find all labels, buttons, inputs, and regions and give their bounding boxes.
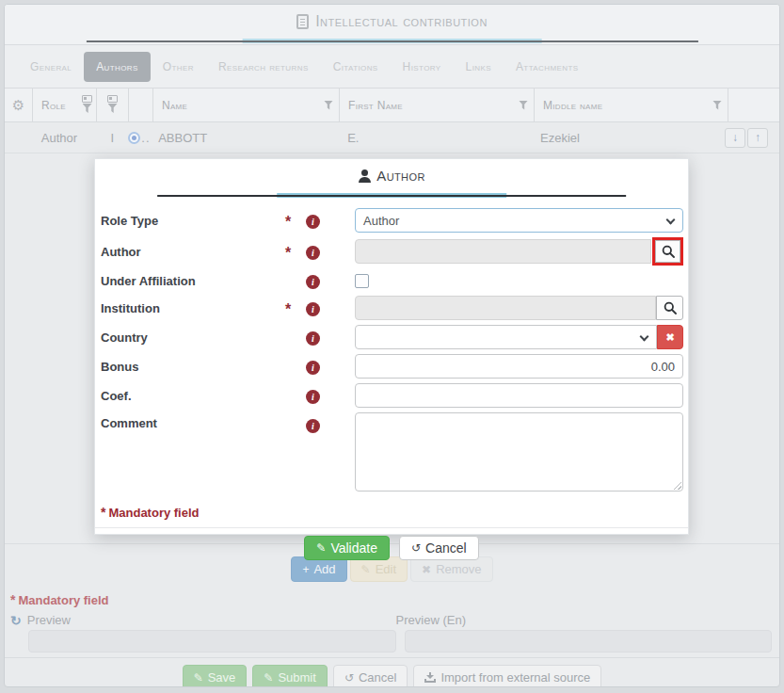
page: Intellectual contribution General Author… (0, 0, 784, 693)
save-button[interactable]: ✎ Save (183, 665, 248, 687)
tab-bar: General Authors Other Research returns C… (5, 45, 779, 88)
search-icon (662, 245, 675, 258)
info-icon[interactable]: i (306, 275, 320, 289)
footer-actions: ✎ Save ✎ Submit ↺ Cancel Import from ext… (5, 658, 779, 687)
refresh-icon[interactable]: ↻ (10, 614, 22, 627)
chevron-down-icon (640, 332, 649, 342)
column-header-first-name[interactable]: First Name (340, 89, 535, 121)
document-icon (296, 14, 309, 29)
column-header-role[interactable]: Role (33, 89, 97, 121)
chevron-down-icon (666, 216, 676, 225)
author-field[interactable] (355, 239, 651, 264)
info-icon[interactable]: i (306, 215, 320, 229)
tab-history[interactable]: History (391, 52, 454, 82)
info-icon[interactable]: i (306, 419, 320, 433)
preview-en-field[interactable] (405, 630, 773, 653)
dialog-mandatory-note: *Mandatory field (95, 496, 688, 527)
role-type-select[interactable]: Author (355, 208, 683, 233)
cell-middle-name: Ezekiel (532, 131, 725, 145)
undo-icon: ↺ (344, 672, 354, 684)
asterisk-icon: * (101, 505, 105, 520)
cell-index: I (97, 131, 129, 145)
mandatory-field-note: *Mandatory field (5, 592, 779, 607)
filter-icon[interactable] (712, 101, 722, 110)
dialog-footer: ✎ Validate ↺ Cancel (95, 527, 688, 569)
authors-grid-header: ⚙ Role Name First Name (5, 88, 779, 122)
author-search-button[interactable] (655, 240, 680, 263)
submit-button[interactable]: ✎ Submit (252, 665, 328, 687)
field-row-under-affiliation: Under Affiliation i (101, 270, 683, 291)
filter-icon[interactable] (519, 101, 528, 110)
preview-field[interactable] (28, 630, 396, 653)
field-row-institution: Institution * i (101, 296, 683, 320)
tab-citations[interactable]: Citations (321, 52, 391, 82)
coef-input[interactable] (355, 383, 683, 408)
cell-type: .. (128, 131, 152, 145)
title-underline (86, 38, 697, 43)
filter-icon[interactable] (108, 104, 118, 113)
column-header-type[interactable] (129, 89, 153, 121)
column-header-middle-name[interactable]: Middle name (535, 89, 728, 121)
import-external-button[interactable]: Import from external source (413, 665, 601, 687)
pencil-icon: ✎ (194, 672, 203, 684)
close-icon: ✖ (665, 331, 674, 344)
column-header-actions (728, 89, 779, 121)
column-menu-icon[interactable] (107, 95, 118, 103)
dialog-cancel-button[interactable]: ↺ Cancel (399, 536, 479, 560)
filter-icon[interactable] (324, 101, 333, 110)
column-menu-icon[interactable] (82, 95, 92, 103)
cell-role: Author (33, 131, 97, 145)
pencil-icon: ✎ (316, 542, 326, 554)
field-row-bonus: Bonus i (101, 354, 683, 379)
field-row-comment: Comment i (101, 412, 683, 492)
person-icon (358, 169, 371, 183)
move-down-button[interactable]: ↓ (725, 128, 745, 148)
cell-name: ABBOTT (152, 131, 338, 145)
tab-authors[interactable]: Authors (84, 52, 151, 82)
field-row-author: Author * i (101, 237, 683, 266)
undo-icon: ↺ (411, 542, 421, 554)
bonus-input[interactable] (355, 354, 683, 379)
filter-icon[interactable] (83, 104, 92, 113)
institution-field[interactable] (355, 296, 656, 320)
info-icon[interactable]: i (306, 361, 320, 375)
author-dialog-header: Author (95, 159, 688, 199)
arrow-up-icon: ↑ (755, 131, 760, 144)
field-row-country: Country i ✖ (101, 325, 683, 349)
info-icon[interactable]: i (306, 331, 320, 346)
search-icon (664, 301, 677, 314)
highlight-annotation (652, 237, 683, 266)
required-asterisk-icon: * (285, 214, 306, 227)
under-affiliation-checkbox[interactable] (355, 274, 369, 288)
arrow-down-icon: ↓ (732, 131, 738, 144)
country-select[interactable] (355, 325, 657, 349)
validate-button[interactable]: ✎ Validate (304, 536, 390, 560)
column-header-flag[interactable] (97, 89, 129, 121)
gear-icon[interactable]: ⚙ (12, 98, 24, 112)
info-icon[interactable]: i (306, 390, 320, 404)
tab-general[interactable]: General (18, 52, 84, 82)
table-row[interactable]: Author I .. ABBOTT E. Ezekiel ↓ ↑ (5, 122, 779, 153)
download-icon (424, 672, 436, 683)
cell-first-name: E. (338, 131, 532, 145)
preview-en-label: Preview (En) (396, 613, 466, 627)
clear-country-button[interactable]: ✖ (657, 325, 683, 349)
tab-other[interactable]: Other (151, 52, 206, 82)
column-header-name[interactable]: Name (153, 89, 340, 121)
move-up-button[interactable]: ↑ (747, 128, 768, 148)
info-icon[interactable]: i (306, 302, 320, 316)
institution-search-button[interactable] (656, 296, 683, 320)
tab-links[interactable]: Links (454, 52, 504, 82)
grid-settings-cell[interactable]: ⚙ (5, 89, 33, 121)
tab-research-returns[interactable]: Research returns (206, 52, 321, 82)
tab-attachments[interactable]: Attachments (504, 52, 590, 82)
field-row-role-type: Role Type * i Author (101, 208, 683, 233)
asterisk-icon: * (10, 592, 15, 607)
preview-inputs (5, 630, 779, 653)
title-strip: Intellectual contribution (5, 5, 779, 45)
resize-handle[interactable] (673, 481, 681, 490)
preview-labels: ↻ Preview Preview (En) (5, 613, 779, 627)
cancel-button[interactable]: ↺ Cancel (333, 665, 408, 687)
comment-textarea[interactable] (355, 412, 683, 492)
info-icon[interactable]: i (306, 246, 320, 260)
